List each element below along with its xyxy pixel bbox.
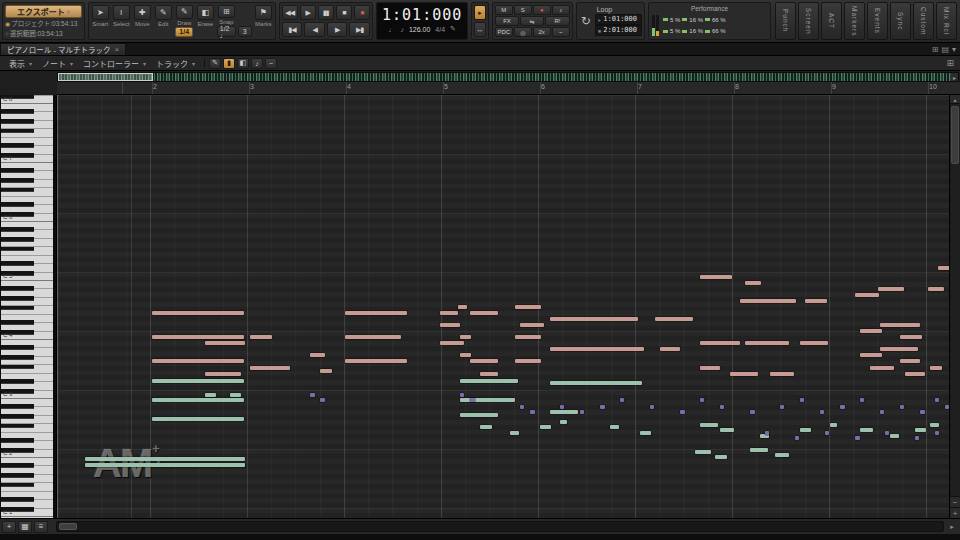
black-key[interactable] <box>1 306 34 311</box>
midi-note[interactable] <box>345 335 401 339</box>
black-key[interactable] <box>1 261 34 266</box>
midi-note[interactable] <box>880 323 920 327</box>
midi-note[interactable] <box>795 436 799 440</box>
wave-button[interactable]: ~ <box>552 27 570 37</box>
highlight-icon[interactable]: ▮ <box>223 58 235 69</box>
marks-toggle-icon[interactable]: ⚑ <box>255 5 272 20</box>
midi-note[interactable] <box>205 393 216 397</box>
note-icon[interactable]: ♪ <box>251 58 263 69</box>
export-option[interactable]: ◉プロジェクト:03:54:13 <box>5 19 82 29</box>
edit-tool-icon[interactable]: ✎ <box>155 5 172 20</box>
radio-selected-icon[interactable]: ◉ <box>5 21 10 27</box>
midi-note[interactable] <box>915 428 926 432</box>
list-opts-button[interactable]: ≡ <box>34 521 48 533</box>
midi-note[interactable] <box>458 305 467 309</box>
midi-note[interactable] <box>530 410 535 414</box>
midi-note[interactable] <box>750 410 755 414</box>
midi-note[interactable] <box>152 398 244 402</box>
midi-note[interactable] <box>695 450 711 454</box>
midi-note[interactable] <box>900 335 922 339</box>
piano-keyboard[interactable]: C 8C 7C 6C 5C 4C 3C 2C 1C 0 <box>0 95 57 518</box>
black-key[interactable] <box>1 379 34 384</box>
midi-note[interactable] <box>470 311 498 315</box>
black-key[interactable] <box>1 355 34 360</box>
midi-note[interactable] <box>480 372 498 376</box>
midi-note[interactable] <box>152 359 244 363</box>
speed-button[interactable]: 2x <box>533 27 551 37</box>
midi-note[interactable] <box>720 405 724 409</box>
close-icon[interactable]: × <box>115 45 120 54</box>
midi-note[interactable] <box>152 335 244 339</box>
midi-note[interactable] <box>890 434 899 438</box>
midi-note[interactable] <box>920 410 925 414</box>
midi-note[interactable] <box>250 366 290 370</box>
arm-button[interactable]: ● <box>533 5 551 15</box>
overview-scroll-icon[interactable]: ▸ <box>951 73 958 81</box>
go-start-button[interactable]: ▮◀ <box>282 22 303 37</box>
midi-note[interactable] <box>320 369 332 373</box>
black-key[interactable] <box>1 143 34 148</box>
scroll-up-icon[interactable]: ▴ <box>950 95 960 104</box>
loop-end-time[interactable]: ▪2:01:000 <box>595 25 642 36</box>
note-grid[interactable]: AM + ▼ <box>57 95 949 518</box>
midi-note[interactable] <box>805 299 827 303</box>
midi-note[interactable] <box>770 372 794 376</box>
zoom-in-v-button[interactable]: + <box>950 507 960 518</box>
black-key[interactable] <box>1 473 34 478</box>
midi-note[interactable] <box>85 463 245 467</box>
midi-note[interactable] <box>85 457 245 461</box>
midi-note[interactable] <box>480 425 492 429</box>
module-tab-act[interactable]: ACT <box>821 2 842 40</box>
keyboard-octave[interactable]: C 5 <box>1 222 53 281</box>
layout-icon[interactable]: ▤ <box>941 45 949 54</box>
midi-note[interactable] <box>515 335 541 339</box>
module-tab-mix-rcl[interactable]: Mix Rcl <box>936 2 957 40</box>
midi-note[interactable] <box>460 353 471 357</box>
midi-note[interactable] <box>345 359 407 363</box>
keyboard-octave[interactable]: C 6 <box>1 163 53 222</box>
tempo-value[interactable]: 126.00 <box>409 26 430 33</box>
black-key[interactable] <box>1 286 34 291</box>
midi-note[interactable] <box>840 405 845 409</box>
black-key[interactable] <box>1 178 34 183</box>
grid-view-icon[interactable]: ⊞ <box>932 45 939 54</box>
midi-note[interactable] <box>600 405 605 409</box>
h-scroll-track[interactable] <box>56 521 944 532</box>
sync-dot-button[interactable]: ◎ <box>514 27 532 37</box>
midi-note[interactable] <box>860 329 882 333</box>
fx-button[interactable]: FX <box>495 16 519 26</box>
midi-note[interactable] <box>250 335 272 339</box>
midi-note[interactable] <box>460 335 471 339</box>
midi-note[interactable] <box>860 428 873 432</box>
midi-note[interactable] <box>320 398 325 402</box>
midi-note[interactable] <box>460 379 518 383</box>
midi-note[interactable] <box>935 398 939 402</box>
snap-toggle-icon[interactable]: ⊞ <box>218 5 235 18</box>
midi-note[interactable] <box>938 266 949 270</box>
snap-extra-value[interactable]: 3 <box>238 26 252 37</box>
playhead[interactable] <box>57 95 58 518</box>
midi-note[interactable] <box>152 417 244 421</box>
midi-note[interactable] <box>870 366 894 370</box>
midi-note[interactable] <box>880 347 918 351</box>
midi-note[interactable] <box>860 353 882 357</box>
keyboard-octave[interactable]: C 7 <box>1 104 53 163</box>
midi-note[interactable] <box>540 425 551 429</box>
black-key[interactable] <box>1 202 34 207</box>
pdc-button[interactable]: PDC <box>495 27 513 37</box>
midi-note[interactable] <box>745 281 761 285</box>
midi-note[interactable] <box>655 317 693 321</box>
module-tab-custom[interactable]: Custom <box>913 2 934 40</box>
midi-note[interactable] <box>928 287 944 291</box>
module-tab-events[interactable]: Events <box>867 2 888 40</box>
midi-note[interactable] <box>520 323 544 327</box>
radio-icon[interactable]: ○ <box>5 31 9 37</box>
black-key[interactable] <box>1 438 34 443</box>
black-key[interactable] <box>1 247 34 252</box>
menu-2[interactable]: コントローラー▾ <box>78 58 151 69</box>
midi-note[interactable] <box>205 372 241 376</box>
midi-note[interactable] <box>700 366 720 370</box>
menu-0[interactable]: 表示▾ <box>4 58 37 69</box>
loop-icon[interactable]: ↻ <box>579 14 593 28</box>
midi-note[interactable] <box>650 405 654 409</box>
